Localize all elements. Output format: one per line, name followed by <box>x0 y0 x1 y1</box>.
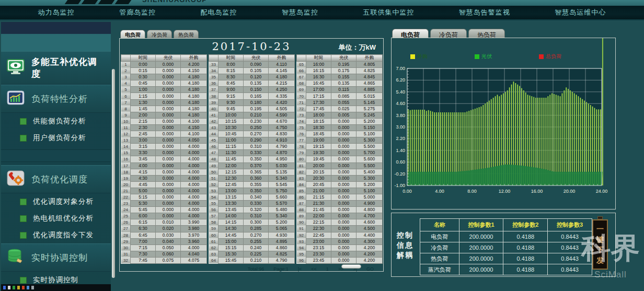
table-row: 153:300.0004.000 <box>121 150 207 156</box>
column-header: 光伏 <box>156 55 181 62</box>
purchase-cell: 4.075 <box>181 257 207 263</box>
pv-cell: 0.195 <box>331 62 356 68</box>
nav-item-3[interactable]: 配电岛监控 <box>201 8 237 17</box>
control-column-header: 控制参数2 <box>503 219 548 231</box>
row-number-cell: 69 <box>297 87 306 93</box>
nav-item-1[interactable]: 动力岛监控 <box>38 8 75 17</box>
purchase-cell: 4.000 <box>181 169 207 175</box>
pv-cell: 0.000 <box>156 106 181 112</box>
row-number-cell: 92 <box>297 232 306 238</box>
time-cell: 14:30 <box>218 226 244 232</box>
svg-text:2.20: 2.20 <box>396 136 405 141</box>
purchase-cell: 4.180 <box>269 74 295 80</box>
control-value-cell: 200.0000 <box>459 264 503 275</box>
taskbar-icon[interactable] <box>27 286 29 289</box>
taskbar-icon[interactable] <box>3 286 6 289</box>
pv-cell: 0.000 <box>331 181 356 188</box>
sidebar-scrollbar[interactable] <box>112 69 115 278</box>
table-row: 5513:300.3305.570 <box>209 201 295 207</box>
brand-logo-text: SHENHUAGROUP <box>142 0 207 4</box>
row-number-cell: 51 <box>209 175 218 181</box>
pv-cell: 0.000 <box>331 207 356 213</box>
taskbar-icon[interactable] <box>8 286 10 289</box>
table-row: 4210:150.2304.670 <box>209 118 295 124</box>
sidebar-item-label: 用户侧负荷分析 <box>33 133 86 143</box>
row-number-cell: 35 <box>209 74 218 80</box>
table-row: 30:300.0004.180 <box>121 74 207 80</box>
pager-control[interactable]: 1 <box>326 266 329 272</box>
pager-control[interactable]: << <box>311 266 317 272</box>
purchase-cell: 4.910 <box>269 137 295 144</box>
load-bar-chart: -1.00-0.200.601.402.203.003.804.605.406.… <box>392 38 615 209</box>
row-number-cell: 74 <box>297 118 306 124</box>
pv-cell: 0.000 <box>156 99 181 106</box>
pv-cell: 0.310 <box>244 144 269 150</box>
table-row: 245:450.0004.000 <box>121 207 207 213</box>
control-column-header: 控制参数3 <box>548 219 592 231</box>
time-cell: 21:30 <box>306 201 331 207</box>
time-cell: 13:30 <box>218 201 244 207</box>
pv-cell: 0.075 <box>156 257 181 263</box>
pager-control[interactable]: |< <box>298 266 302 272</box>
nav-item-2[interactable]: 管廊岛监控 <box>119 8 156 17</box>
table-row: 133:000.0004.050 <box>121 137 207 144</box>
pv-cell: 0.330 <box>244 201 269 207</box>
table-row: 8721:300.0004.900 <box>297 201 383 207</box>
taskbar-icon[interactable] <box>22 286 25 289</box>
time-cell: 19:00 <box>306 137 331 144</box>
row-number-cell: 14 <box>121 144 131 150</box>
row-number-cell: 6 <box>121 93 131 99</box>
row-number-cell: 43 <box>209 124 218 131</box>
pv-cell: 0.300 <box>244 219 269 226</box>
pv-cell: 0.000 <box>156 93 181 99</box>
sidebar-item-热电机组优化分析[interactable]: 热电机组优化分析 <box>1 210 111 227</box>
time-cell: 12:30 <box>218 175 244 181</box>
purchase-cell: 4.400 <box>356 232 383 238</box>
taskbar-icon[interactable] <box>31 286 34 289</box>
nav-item-6[interactable]: 智慧岛告警监视 <box>459 8 510 17</box>
control-name-cell: 热负荷 <box>420 253 459 264</box>
purchase-cell: 5.065 <box>269 226 295 232</box>
purchase-cell: 4.200 <box>356 245 383 251</box>
purchase-cell: 4.000 <box>181 150 207 156</box>
sidebar-item-供能侧负荷分析[interactable]: 供能侧负荷分析 <box>1 113 111 130</box>
load-table-group-1: 时间光伏外购10:000.0004.20020:150.0004.15030:3… <box>121 54 207 264</box>
sidebar-item-用户侧负荷分析[interactable]: 用户侧负荷分析 <box>1 130 111 146</box>
pv-cell: 0.210 <box>244 257 269 263</box>
table-row: 9423:150.0004.200 <box>297 245 383 251</box>
sidebar-section-load-dispatch[interactable]: 负荷优化调度 <box>1 165 111 193</box>
table-row: 5714:000.3105.340 <box>209 213 295 219</box>
pager-control[interactable]: GO <box>366 266 374 272</box>
time-cell: 4:45 <box>131 181 156 188</box>
row-number-cell: 58 <box>209 219 218 226</box>
sidebar-section-load-analysis[interactable]: 负荷特性分析 <box>1 85 111 113</box>
nav-item-4[interactable]: 智慧岛监控 <box>282 8 318 17</box>
purchase-cell: 4.150 <box>181 124 207 131</box>
sidebar-section-multi-energy[interactable]: 多能互补优化调度 <box>1 51 111 85</box>
pv-cell: 0.350 <box>244 188 269 194</box>
time-cell: 12:15 <box>218 169 244 175</box>
time-cell: 16:45 <box>306 80 331 87</box>
sidebar-section-realtime-control[interactable]: 实时协调控制 <box>1 243 111 272</box>
time-cell: 3:15 <box>131 144 156 150</box>
time-cell: 4:15 <box>131 169 156 175</box>
load-table-group-2: 时间光伏外购338:000.0904.110348:150.1054.14535… <box>209 54 295 264</box>
table-row: 9623:450.0004.200 <box>297 257 383 263</box>
pv-cell: 0.000 <box>156 62 181 68</box>
row-number-cell: 86 <box>297 194 306 200</box>
nav-item-7[interactable]: 智慧岛运维中心 <box>555 8 606 17</box>
row-number-cell: 66 <box>297 68 306 74</box>
taskbar-icon[interactable] <box>17 286 20 289</box>
horizontal-scrollbar[interactable] <box>341 264 361 269</box>
time-cell: 2:00 <box>131 112 156 118</box>
pv-cell: 0.000 <box>331 188 356 194</box>
taskbar-icon[interactable] <box>13 286 15 289</box>
sidebar-item-优化调度指令下发[interactable]: 优化调度指令下发 <box>1 227 111 243</box>
one-key-dispatch-button[interactable]: 一键下发 <box>592 219 608 270</box>
row-number-cell: 94 <box>297 245 306 251</box>
row-number-cell: 27 <box>121 226 131 232</box>
nav-item-5[interactable]: 五联供集中监控 <box>363 8 414 17</box>
purchase-cell: 4.930 <box>269 232 295 238</box>
sidebar-item-优化调度对象分析[interactable]: 优化调度对象分析 <box>1 193 111 210</box>
taskbar[interactable] <box>1 284 111 291</box>
